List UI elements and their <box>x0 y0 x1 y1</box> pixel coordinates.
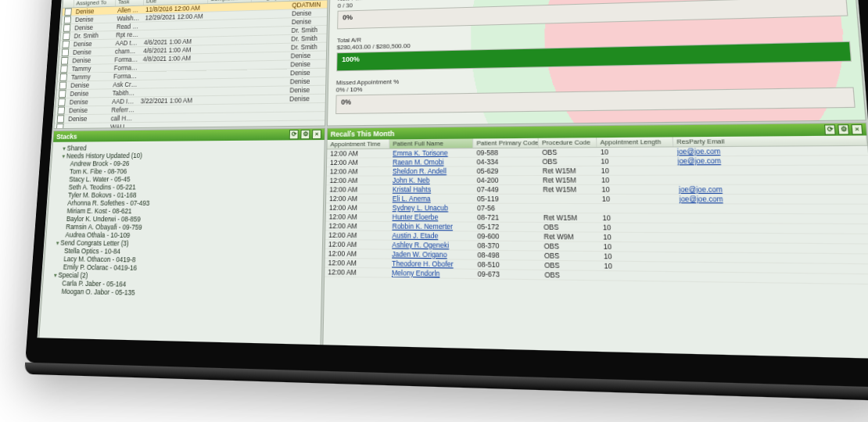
checkbox[interactable] <box>62 16 74 24</box>
checkbox[interactable] <box>56 98 67 106</box>
cell <box>287 103 325 112</box>
cell: Denise <box>68 89 111 98</box>
panel-title: Recalls This Month <box>331 130 395 138</box>
checkbox[interactable] <box>60 32 72 40</box>
cell-name[interactable]: Theodore H. Obofer <box>389 259 475 269</box>
cell-time: 12:00 AM <box>326 185 389 194</box>
cell-name[interactable]: Austin J. Etade <box>389 231 474 241</box>
column-header[interactable]: Appointment Length <box>597 137 673 147</box>
cell: Dr. Smith <box>289 43 326 52</box>
checkbox[interactable] <box>59 48 71 56</box>
cell <box>206 36 251 45</box>
column-header[interactable]: Patient Primary Code <box>473 138 539 148</box>
cell-email[interactable]: joe@joe.com <box>676 195 868 204</box>
column-header[interactable]: Patient Full Name <box>389 138 473 148</box>
cell <box>247 121 286 128</box>
cell <box>206 53 250 62</box>
cell: Format camera card <box>112 63 141 71</box>
column-header[interactable]: Procedure Code <box>539 138 597 147</box>
cell <box>204 87 249 95</box>
cell-name[interactable]: Raean M. Omobi <box>389 158 474 166</box>
cell <box>138 105 203 113</box>
metric-row: Missed Appointment % 0% / 10%0% <box>335 70 855 114</box>
cell-code: 04-200 <box>474 176 540 184</box>
close-icon[interactable]: × <box>312 130 321 139</box>
recall-row[interactable]: 12:00 AMKristal Hahts07-449Ret W15M10joe… <box>326 185 868 195</box>
checkbox[interactable] <box>58 65 70 73</box>
checkbox[interactable] <box>63 8 74 16</box>
cell-len: 10 <box>601 262 680 272</box>
checkbox[interactable] <box>59 57 70 65</box>
cell-name[interactable]: Jaden W. Origano <box>389 250 474 259</box>
cell-email[interactable]: joe@joe.com <box>675 185 868 194</box>
cell <box>140 63 206 71</box>
cell-name[interactable]: Eli L. Anema <box>389 195 474 203</box>
cell <box>66 123 109 128</box>
cell: Rpt requests rcpt to be emailed, wait th… <box>113 30 142 39</box>
checkbox[interactable] <box>56 107 67 115</box>
cell: Dr. Smith <box>289 34 326 43</box>
cell <box>249 69 288 77</box>
cell: AAD tax details <box>113 39 142 47</box>
cell-time: 12:00 AM <box>326 195 389 203</box>
tree-node[interactable]: Stacy L. Water - 05-45 <box>52 175 322 184</box>
column-header[interactable]: ResParty Email <box>673 135 867 146</box>
cell-name[interactable]: John K. Neb <box>389 176 474 184</box>
cell <box>206 27 250 36</box>
cell-name[interactable]: Robbin K. Nemerter <box>389 222 474 231</box>
close-icon[interactable]: × <box>851 124 863 135</box>
cell-name[interactable]: Sydney L. Unacub <box>389 204 474 213</box>
cell <box>248 104 287 113</box>
cell-email <box>679 272 868 284</box>
refresh-icon[interactable]: ⟳ <box>824 124 836 134</box>
cell-email[interactable]: joe@joe.com <box>673 146 868 156</box>
cell: champions fun center vouchers <box>113 47 142 55</box>
checkbox[interactable] <box>58 73 70 81</box>
cell-proc: Ret W15M <box>540 213 600 222</box>
cell <box>247 113 286 121</box>
cell: Denise <box>287 86 325 95</box>
recalls-panel: Recalls This Month⟳⚙×Appointment TimePat… <box>322 123 868 359</box>
cell-proc: Ret W15M <box>540 185 598 194</box>
tree-node[interactable]: Seth A. Teodins - 05-221 <box>52 183 322 191</box>
cell-time: 12:00 AM <box>327 177 389 185</box>
cell: Tammy <box>69 73 112 81</box>
checkbox[interactable] <box>61 24 73 32</box>
cell: 3/22/2021 1:00 AM <box>138 96 204 105</box>
refresh-icon[interactable]: ⟳ <box>289 130 299 139</box>
gear-icon[interactable]: ⚙ <box>838 124 849 134</box>
cell-time: 12:00 AM <box>325 240 389 249</box>
gear-icon[interactable]: ⚙ <box>300 130 310 139</box>
column-header[interactable] <box>63 0 74 8</box>
column-header[interactable]: Appointment Time <box>327 139 389 148</box>
cell: Tabitha Frederick send club transfer inf… <box>110 89 139 97</box>
cell-proc: OBS <box>540 223 600 231</box>
checkbox[interactable] <box>57 82 69 90</box>
cell: Referrals delivery ? <box>109 106 138 113</box>
cell-len <box>599 204 676 213</box>
cell-email[interactable]: joe@joe.com <box>674 156 868 165</box>
cell: WAUDO–AUGUST visit, Man 19th but may swi… <box>108 123 137 128</box>
cell: Format camera card <box>112 55 141 63</box>
recall-row[interactable]: 12:00 AMJohn K. Neb04-200Ret W15M10 <box>327 175 868 185</box>
metric-row: Total A/R $280,403.00 / $280,500.00100% <box>336 24 852 71</box>
cell <box>249 77 288 86</box>
checkbox[interactable] <box>56 90 68 98</box>
cell-name[interactable]: Ashley R. Ogeneki <box>389 241 474 250</box>
cell-name[interactable]: Kristal Hahts <box>389 185 474 194</box>
progress-pct: 100% <box>342 55 360 64</box>
checkbox[interactable] <box>60 41 72 48</box>
cell-email <box>674 166 868 175</box>
tree-node[interactable]: Tyler M. Bokovs - 01-168 <box>51 191 322 200</box>
column-header[interactable]: Task <box>116 0 145 6</box>
cell <box>208 2 252 11</box>
cell-name[interactable]: Sheldon R. Andell <box>389 167 474 176</box>
cell-len: 10 <box>598 185 676 194</box>
cell: Format camera card <box>111 72 140 80</box>
cell-name[interactable]: Hunter Eloerbe <box>389 213 474 221</box>
cell: Denise <box>287 95 325 103</box>
cell-name[interactable]: Emma K. Torisone <box>389 148 473 157</box>
checkbox[interactable] <box>54 123 66 128</box>
cell-name[interactable]: Melony Endorln <box>389 269 475 278</box>
checkbox[interactable] <box>55 115 66 123</box>
